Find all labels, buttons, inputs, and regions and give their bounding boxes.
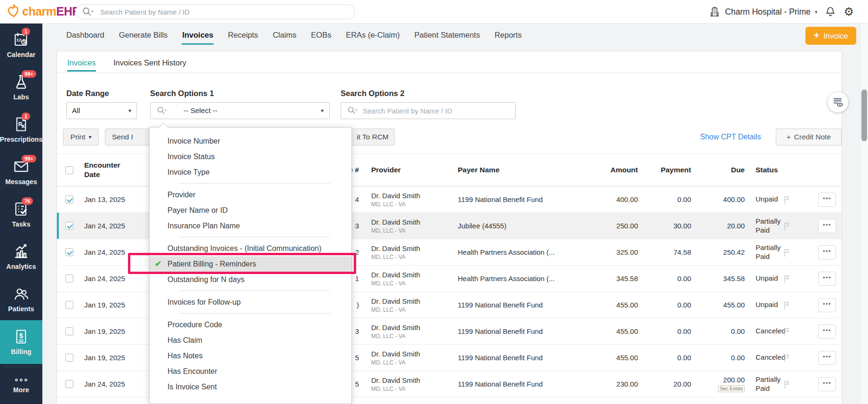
new-invoice-button[interactable]: + Invoice <box>805 27 856 45</box>
sidebar: 1 12 Calendar 99+ Labs 1 R Prescriptions… <box>0 24 42 404</box>
tab-eobs[interactable]: EOBs <box>311 31 332 45</box>
credit-note-button[interactable]: + Credit Note <box>776 129 842 145</box>
flag-button[interactable] <box>780 292 793 318</box>
row-actions-button[interactable]: ••• <box>818 351 836 365</box>
report-eye-icon <box>832 96 844 108</box>
row-checkbox[interactable] <box>65 380 73 388</box>
vertical-scrollbar <box>860 24 868 404</box>
row-checkbox[interactable] <box>65 195 73 203</box>
row-checkbox[interactable] <box>65 248 73 256</box>
row-actions-button[interactable]: ••• <box>818 272 836 286</box>
flag-icon <box>783 274 791 283</box>
sec-exists-badge: Sec.Exists <box>718 385 745 392</box>
tab-generate-bills[interactable]: Generate Bills <box>119 31 168 45</box>
tab-eras-e-claim[interactable]: ERAs (e-Claim) <box>345 31 400 45</box>
tab-invoices-sent-history[interactable]: Invoices Sent History <box>113 51 186 72</box>
chevron-down-icon: ▾ <box>815 9 818 15</box>
row-checkbox[interactable] <box>65 222 73 230</box>
patient-search[interactable] <box>75 4 355 19</box>
search-options-1-select[interactable]: -- Select -- ▾ <box>150 102 330 119</box>
app-logo: charmEHR <box>7 4 80 19</box>
search-icon <box>156 105 168 116</box>
print-button[interactable]: Print ▾ <box>63 129 99 145</box>
tab-claims[interactable]: Claims <box>272 31 297 45</box>
org-selector[interactable]: Charm Hospital - Prime ▾ <box>709 6 817 18</box>
tab-patient-statements[interactable]: Patient Statements <box>414 31 480 45</box>
row-checkbox[interactable] <box>65 327 73 335</box>
dropdown-item-is-invoice-sent[interactable]: Is Invoice Sent <box>150 379 351 395</box>
dropdown-item-procedure-code[interactable]: Procedure Code <box>150 317 351 332</box>
scrollbar-thumb[interactable] <box>861 89 867 141</box>
sidebar-item-label: Messages <box>5 178 37 186</box>
dropdown-item-outstanding-invoices-initial-communication[interactable]: Outstanding Invoices - (Initial Communic… <box>150 241 351 256</box>
sidebar-item-labs[interactable]: 99+ Labs <box>0 66 42 108</box>
settings-gear-icon[interactable]: ⚙ <box>844 6 854 17</box>
due-cell: 200.00Sec.Exists <box>688 371 745 397</box>
dropdown-item-has-notes[interactable]: Has Notes <box>150 348 351 364</box>
sidebar-item-analytics[interactable]: Analytics <box>0 235 42 278</box>
provider-practice: MD, LLC - VA <box>371 254 406 260</box>
provider-practice: MD, LLC - VA <box>371 359 406 366</box>
print-label: Print <box>71 133 86 141</box>
dropdown-item-has-encounter[interactable]: Has Encounter <box>150 364 351 379</box>
dropdown-item-provider[interactable]: Provider <box>150 187 351 202</box>
flag-button[interactable] <box>780 345 793 371</box>
hospital-building-icon <box>709 6 721 18</box>
sidebar-item-calendar[interactable]: 1 12 Calendar <box>0 24 42 66</box>
sidebar-item-more[interactable]: More <box>0 369 42 401</box>
payer-name: 1199 National Benefit Fund <box>458 292 586 318</box>
credit-note-label: Credit Note <box>794 133 831 141</box>
row-checkbox[interactable] <box>65 354 73 362</box>
tab-receipts[interactable]: Receipts <box>227 31 258 45</box>
dropdown-item-invoice-number[interactable]: Invoice Number <box>150 133 351 149</box>
plus-icon: + <box>787 133 791 141</box>
sidebar-item-messages[interactable]: 99+ Messages <box>0 151 42 193</box>
dropdown-item-invoice-status[interactable]: Invoice Status <box>150 149 351 164</box>
row-checkbox[interactable] <box>65 301 73 309</box>
flag-button[interactable] <box>780 186 793 212</box>
sidebar-item-prescriptions[interactable]: 1 R Prescriptions <box>0 108 42 151</box>
show-cpt-details-link[interactable]: Show CPT Details <box>700 129 761 145</box>
tab-invoices[interactable]: Invoices <box>182 31 214 45</box>
patient-search-input[interactable] <box>100 8 349 16</box>
row-actions-button[interactable]: ••• <box>818 245 836 259</box>
flag-button[interactable] <box>780 239 793 265</box>
flag-button[interactable] <box>780 318 793 344</box>
row-actions-button[interactable]: ••• <box>818 193 836 207</box>
flag-button[interactable] <box>780 371 793 397</box>
row-actions-button[interactable]: ••• <box>818 219 836 233</box>
dropdown-item-invoices-for-follow-up[interactable]: Invoices for Follow-up <box>150 294 351 310</box>
search-options-2-field[interactable] <box>341 102 516 119</box>
chevron-down-icon: ▾ <box>321 107 324 114</box>
dropdown-item-has-claim[interactable]: Has Claim <box>150 332 351 348</box>
sidebar-item-billing[interactable]: $ Billing <box>0 320 42 364</box>
row-actions-button[interactable]: ••• <box>818 377 836 391</box>
sidebar-item-patients[interactable]: Patients <box>0 278 42 320</box>
flag-button[interactable] <box>780 266 793 291</box>
tab-reports[interactable]: Reports <box>494 31 522 45</box>
row-checkbox[interactable] <box>65 275 73 283</box>
row-actions-button[interactable]: ••• <box>818 324 836 339</box>
notifications-bell-icon[interactable] <box>825 6 836 17</box>
dropdown-item-patient-billing-reminders[interactable]: ✔ Patient Billing - Reminders <box>150 256 351 272</box>
search-options-1-label: Search Options 1 <box>150 89 214 98</box>
tab-invoices[interactable]: Invoices <box>67 51 96 72</box>
row-actions-button[interactable]: ••• <box>818 298 836 312</box>
check-icon: ✔ <box>155 256 161 272</box>
dropdown-item-insurance-plan-name[interactable]: Insurance Plan Name <box>150 218 351 234</box>
sidebar-item-tasks[interactable]: 76 Tasks <box>0 193 42 235</box>
date-range-select[interactable]: All ▾ <box>66 102 137 119</box>
dropdown-item-payer-name-or-id[interactable]: Payer Name or ID <box>150 202 351 218</box>
dropdown-item-invoice-type[interactable]: Invoice Type <box>150 164 351 180</box>
encounter-date: Jan 24, 2025 <box>84 371 137 397</box>
tab-dashboard[interactable]: Dashboard <box>66 31 105 45</box>
dropdown-item-outstanding-for-n-days[interactable]: Outstanding for N days <box>150 272 351 287</box>
select-all-checkbox[interactable] <box>65 166 73 174</box>
report-view-button[interactable] <box>828 92 848 113</box>
flag-button[interactable] <box>780 213 793 239</box>
due-amount: 455.00 <box>723 301 745 309</box>
svg-text:R: R <box>18 121 23 128</box>
search-options-2-input[interactable] <box>363 107 510 115</box>
amount: 250.00 <box>591 213 638 239</box>
charm-heart-icon <box>7 4 20 19</box>
